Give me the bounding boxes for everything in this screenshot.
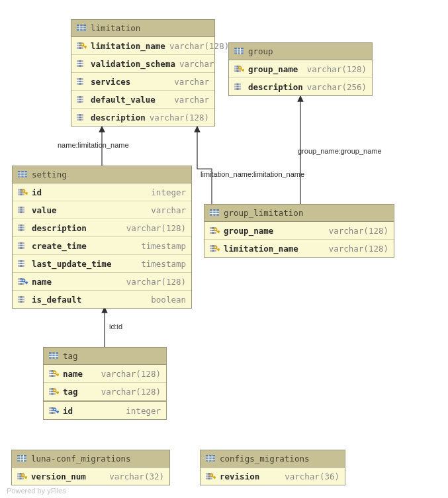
column-row: services varchar	[71, 73, 214, 91]
column-name: services	[91, 77, 130, 87]
col-icon	[18, 296, 28, 303]
entity-title: group	[229, 43, 372, 60]
column-row: name varchar(128)	[13, 273, 191, 291]
column-name: create_time	[32, 241, 87, 251]
column-type: integer	[126, 406, 161, 416]
column-row: group_name varchar(128)	[204, 222, 394, 240]
column-name: limitation_name	[224, 244, 298, 254]
column-type: varchar	[174, 95, 209, 105]
entity-title-text: tag	[63, 351, 78, 361]
column-row: tag varchar(128)	[44, 383, 166, 401]
col-icon	[18, 224, 28, 232]
column-name: name	[63, 369, 83, 379]
entity-rows: version_num varchar(32)	[12, 468, 169, 485]
entity-tag: tag name varchar(128) tag varchar(128) i…	[43, 347, 167, 420]
column-type: varchar(128)	[307, 64, 367, 74]
column-name: description	[32, 223, 87, 233]
table-icon	[210, 209, 220, 217]
entity-title-text: luna-conf_migrations	[31, 454, 131, 464]
diagram-canvas: name:limitation_name limitation_name:lim…	[0, 0, 448, 498]
entity-setting: setting id integer value varchar descrip…	[12, 166, 192, 309]
entity-rows: limitation_name varchar(128) validation_…	[71, 37, 214, 126]
column-row: validation_schema varchar	[71, 55, 214, 73]
table-icon	[77, 25, 87, 32]
entity-rows: name varchar(128) tag varchar(128) id in…	[44, 365, 166, 419]
column-row: version_num varchar(32)	[12, 468, 169, 485]
entity-title-text: group	[248, 46, 273, 56]
column-name: id	[63, 406, 73, 416]
col-icon	[77, 78, 87, 85]
table-icon	[17, 455, 27, 462]
entity-group: group group_name varchar(128) descriptio…	[228, 42, 373, 96]
pk-icon	[49, 388, 59, 395]
column-type: varchar(36)	[285, 472, 339, 481]
column-name: last_update_time	[32, 259, 111, 269]
column-name: group_name	[224, 226, 273, 236]
entity-title-text: configs_migrations	[220, 454, 309, 464]
column-row: is_default boolean	[13, 291, 191, 308]
column-row: group_name varchar(128)	[229, 60, 372, 78]
column-type: varchar	[179, 59, 214, 69]
pk-icon	[234, 66, 244, 73]
column-name: revision	[220, 472, 259, 481]
pk-icon	[210, 227, 220, 234]
entity-title: setting	[13, 166, 191, 183]
column-name: name	[32, 277, 52, 287]
column-row: id integer	[44, 402, 166, 419]
column-type: varchar(128)	[101, 387, 161, 397]
column-type: varchar(128)	[126, 223, 186, 233]
fk-icon	[18, 278, 28, 285]
column-row: default_value varchar	[71, 91, 214, 109]
entity-group-limitation: group_limitation group_name varchar(128)…	[204, 204, 394, 258]
pk-icon	[17, 473, 27, 480]
column-name: description	[91, 113, 146, 123]
column-type: varchar	[174, 77, 209, 87]
column-type: varchar	[151, 205, 186, 215]
entity-title: configs_migrations	[201, 450, 345, 468]
entity-configs-migrations: configs_migrations revision varchar(36)	[200, 450, 345, 485]
column-name: is_default	[32, 295, 81, 305]
column-name: validation_schema	[91, 59, 175, 69]
col-icon	[18, 260, 28, 268]
table-icon	[206, 455, 216, 462]
column-row: description varchar(128)	[71, 109, 214, 126]
column-row: create_time timestamp	[13, 237, 191, 255]
column-type: varchar(128)	[169, 41, 229, 51]
entity-title-text: limitation	[91, 23, 140, 33]
column-type: varchar(128)	[150, 113, 209, 123]
column-row: limitation_name varchar(128)	[204, 240, 394, 257]
column-row: limitation_name varchar(128)	[71, 37, 214, 55]
column-type: varchar(128)	[101, 369, 161, 379]
column-name: group_name	[248, 64, 298, 74]
edge-label: name:limitation_name	[58, 141, 129, 149]
column-row: last_update_time timestamp	[13, 255, 191, 273]
edge-label: group_name:group_name	[298, 147, 382, 155]
entity-title: tag	[44, 348, 166, 365]
column-row: revision varchar(36)	[201, 468, 345, 485]
col-icon	[77, 96, 87, 103]
column-type: boolean	[151, 295, 186, 305]
entity-title: luna-conf_migrations	[12, 450, 169, 468]
col-icon	[77, 60, 87, 68]
col-icon	[18, 207, 28, 214]
entity-rows: id integer value varchar description var…	[13, 183, 191, 308]
column-type: varchar(128)	[329, 244, 388, 254]
table-icon	[49, 352, 59, 360]
column-row: value varchar	[13, 201, 191, 219]
col-icon	[77, 114, 87, 121]
entity-title: group_limitation	[204, 205, 394, 222]
entity-title-text: group_limitation	[224, 208, 303, 218]
entity-rows: revision varchar(36)	[201, 468, 345, 485]
column-name: description	[248, 82, 303, 92]
column-name: tag	[63, 387, 78, 397]
pk-icon	[210, 245, 220, 252]
table-icon	[18, 171, 28, 178]
pk-icon	[18, 189, 28, 196]
column-row: description varchar(256)	[229, 78, 372, 95]
footer-credit: Powered by yFiles	[7, 487, 66, 495]
column-name: value	[32, 205, 57, 215]
column-name: default_value	[91, 95, 156, 105]
pk-icon	[77, 42, 87, 50]
column-type: varchar(128)	[126, 277, 186, 287]
column-type: varchar(128)	[329, 226, 388, 236]
